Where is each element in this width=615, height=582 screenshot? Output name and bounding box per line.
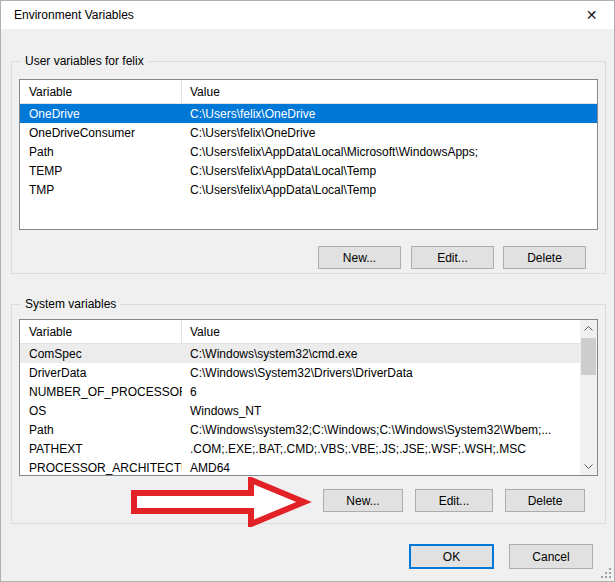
- vertical-scrollbar[interactable]: [580, 320, 597, 475]
- value-cell: C:\Users\felix\AppData\Local\Temp: [182, 164, 597, 178]
- titlebar: Environment Variables ✕: [1, 1, 614, 29]
- column-header-value[interactable]: Value: [182, 320, 580, 343]
- value-cell: C:\Users\felix\AppData\Local\Microsoft\W…: [182, 145, 597, 159]
- column-header-variable[interactable]: Variable: [20, 320, 182, 343]
- variable-cell: DriverData: [20, 366, 182, 380]
- value-cell: C:\Users\felix\OneDrive: [182, 107, 597, 121]
- scrollbar-thumb[interactable]: [581, 338, 596, 375]
- table-row-path-system[interactable]: Path C:\Windows\system32;C:\Windows;C:\W…: [20, 420, 580, 439]
- variable-cell: ComSpec: [20, 347, 182, 361]
- table-row-onedrive[interactable]: OneDrive C:\Users\felix\OneDrive: [20, 104, 597, 123]
- user-new-button[interactable]: New...: [318, 246, 401, 269]
- table-row-processor-architecture[interactable]: PROCESSOR_ARCHITECTURE AMD64: [20, 458, 580, 476]
- value-cell: C:\Users\felix\AppData\Local\Temp: [182, 183, 597, 197]
- value-cell: 6: [182, 385, 580, 399]
- system-variables-group-label: System variables: [21, 297, 120, 311]
- system-table-header: Variable Value: [20, 320, 580, 344]
- system-variables-table: Variable Value ComSpec C:\Windows\system…: [19, 319, 598, 476]
- table-row-pathext[interactable]: PATHEXT .COM;.EXE;.BAT;.CMD;.VBS;.VBE;.J…: [20, 439, 580, 458]
- variable-cell: OneDriveConsumer: [20, 126, 182, 140]
- variable-cell: TEMP: [20, 164, 182, 178]
- ok-button[interactable]: OK: [409, 544, 494, 569]
- variable-cell: PROCESSOR_ARCHITECTURE: [20, 461, 182, 475]
- user-variables-table: Variable Value OneDrive C:\Users\felix\O…: [19, 79, 598, 230]
- variable-cell: TMP: [20, 183, 182, 197]
- table-row-number-of-processors[interactable]: NUMBER_OF_PROCESSORS 6: [20, 382, 580, 401]
- resize-grip[interactable]: [600, 567, 611, 578]
- table-row-driverdata[interactable]: DriverData C:\Windows\System32\Drivers\D…: [20, 363, 580, 382]
- value-cell: C:\Users\felix\OneDrive: [182, 126, 597, 140]
- value-cell: .COM;.EXE;.BAT;.CMD;.VBS;.VBE;.JS;.JSE;.…: [182, 442, 580, 456]
- user-delete-button[interactable]: Delete: [503, 246, 586, 269]
- value-cell: AMD64: [182, 461, 580, 475]
- variable-cell: NUMBER_OF_PROCESSORS: [20, 385, 182, 399]
- variable-cell: Path: [20, 423, 182, 437]
- user-variables-group-label: User variables for felix: [21, 54, 148, 68]
- environment-variables-dialog: Environment Variables ✕ User variables f…: [0, 0, 615, 582]
- table-row-os[interactable]: OS Windows_NT: [20, 401, 580, 420]
- system-edit-button[interactable]: Edit...: [415, 489, 493, 512]
- table-row-tmp[interactable]: TMP C:\Users\felix\AppData\Local\Temp: [20, 180, 597, 199]
- user-table-header: Variable Value: [20, 80, 597, 104]
- cancel-button[interactable]: Cancel: [509, 544, 593, 569]
- value-cell: C:\Windows\System32\Drivers\DriverData: [182, 366, 580, 380]
- variable-cell: Path: [20, 145, 182, 159]
- scroll-up-icon[interactable]: [580, 320, 597, 337]
- variable-cell: OneDrive: [20, 107, 182, 121]
- table-row-path[interactable]: Path C:\Users\felix\AppData\Local\Micros…: [20, 142, 597, 161]
- table-row-comspec[interactable]: ComSpec C:\Windows\system32\cmd.exe: [20, 344, 580, 363]
- system-delete-button[interactable]: Delete: [505, 489, 585, 512]
- variable-cell: PATHEXT: [20, 442, 182, 456]
- variable-cell: OS: [20, 404, 182, 418]
- scroll-down-icon[interactable]: [580, 458, 597, 475]
- column-header-value[interactable]: Value: [182, 80, 597, 103]
- table-row-onedriveconsumer[interactable]: OneDriveConsumer C:\Users\felix\OneDrive: [20, 123, 597, 142]
- table-row-temp[interactable]: TEMP C:\Users\felix\AppData\Local\Temp: [20, 161, 597, 180]
- value-cell: Windows_NT: [182, 404, 580, 418]
- value-cell: C:\Windows\system32;C:\Windows;C:\Window…: [182, 423, 580, 437]
- column-header-variable[interactable]: Variable: [20, 80, 182, 103]
- system-new-button[interactable]: New...: [323, 489, 403, 512]
- close-icon: ✕: [586, 7, 598, 23]
- value-cell: C:\Windows\system32\cmd.exe: [182, 347, 580, 361]
- close-button[interactable]: ✕: [569, 1, 614, 29]
- user-edit-button[interactable]: Edit...: [411, 246, 494, 269]
- window-title: Environment Variables: [14, 8, 134, 22]
